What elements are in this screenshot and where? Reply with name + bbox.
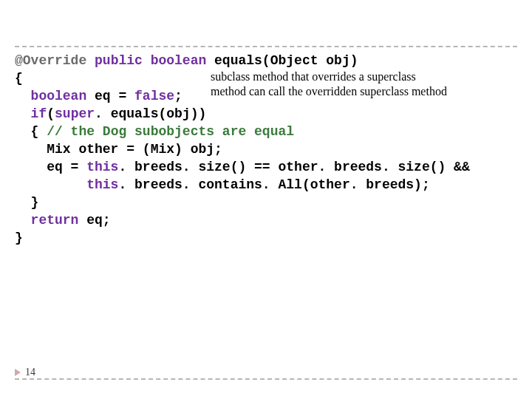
divider-top — [15, 46, 517, 47]
keyword-return: return — [31, 213, 87, 228]
divider-bottom — [15, 378, 517, 380]
keyword-super: super — [55, 106, 95, 121]
keyword-if: if — [31, 106, 47, 121]
code-line-1: @Override public boolean equals(Object o… — [15, 52, 517, 69]
code-line-8: this. breeds. contains. All(other. breed… — [15, 176, 517, 194]
code-line-9: } — [15, 194, 517, 211]
code-line-11: } — [15, 229, 517, 247]
keyword-boolean: boolean — [31, 89, 95, 103]
slide: @Override public boolean equals(Object o… — [0, 0, 532, 399]
code-line-6: Mix other = (Mix) obj; — [15, 140, 517, 158]
code-line-7: eq = this. breeds. size() == other. bree… — [15, 158, 517, 176]
top-spacer — [0, 0, 532, 46]
code-block: @Override public boolean equals(Object o… — [15, 52, 517, 247]
page-number-wrap: 14 — [15, 366, 35, 378]
keyword-public-boolean: public boolean — [95, 53, 214, 68]
footer: 14 — [0, 378, 532, 380]
callout-line-1: subclass method that overrides a supercl… — [211, 69, 447, 84]
page-number: 14 — [25, 366, 35, 378]
method-signature: equals(Object obj) — [214, 53, 358, 68]
triangle-bullet-icon — [15, 369, 21, 376]
callout-line-2: method can call the overridden superclas… — [211, 84, 447, 99]
keyword-this-2: this — [86, 177, 118, 192]
code-line-5: { // the Dog subobjects are equal — [15, 123, 517, 140]
code-line-10: return eq; — [15, 211, 517, 229]
callout-note: subclass method that overrides a supercl… — [211, 69, 447, 99]
comment-text: // the Dog subobjects are equal — [47, 124, 294, 139]
keyword-this-1: this — [86, 160, 118, 174]
keyword-false: false — [134, 89, 174, 103]
annotation-override: @Override — [15, 53, 95, 68]
code-line-4: if(super. equals(obj)) — [15, 105, 517, 123]
